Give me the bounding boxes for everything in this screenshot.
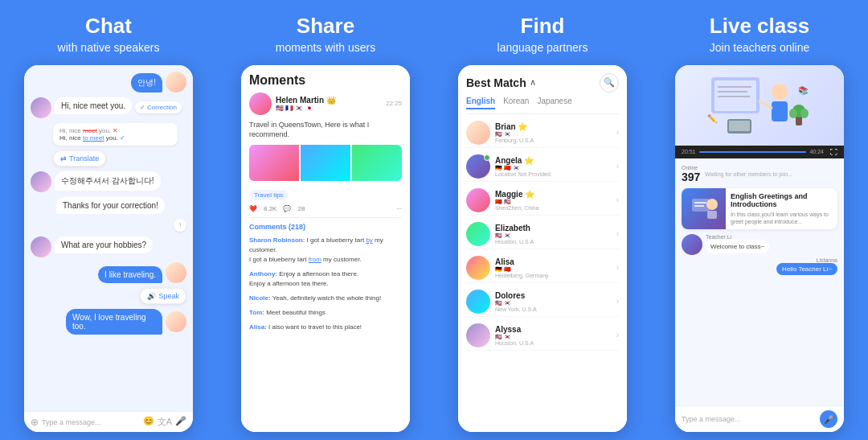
- live-body: Online 397 Waiting for other members to …: [675, 158, 844, 405]
- fullscreen-icon[interactable]: ⛶: [830, 148, 837, 156]
- comments-count: 28: [297, 205, 305, 212]
- live-input-bar: Type a message... 🎤: [675, 405, 844, 432]
- correction-original: Hi, nice meet you. ✕: [59, 127, 171, 134]
- user-item-dolores[interactable]: Dolores 🇺🇸 🇰🇷 New York, U.S.A ›: [466, 287, 619, 317]
- tab-english[interactable]: English: [466, 97, 495, 109]
- svg-rect-13: [729, 121, 750, 131]
- post-username: Helen Martin 👑: [276, 96, 336, 105]
- mic-small-icon[interactable]: 🎤: [175, 416, 186, 428]
- student-msg-row: Listanna Hello Teacher Li~: [682, 257, 837, 275]
- user-avatar: [466, 256, 490, 280]
- chat-screen: 안녕! Hi, nice meet you. ✓ Correction Hi, …: [24, 65, 193, 411]
- comment-4: Tom: Meet beautiful things: [249, 308, 402, 318]
- chat-input-bar: ⊕ Type a message... 😊 文A 🎤: [24, 411, 193, 432]
- divider: [249, 217, 402, 218]
- avatar: [31, 171, 51, 192]
- translate-button[interactable]: ⇄ Translate: [53, 150, 106, 167]
- svg-rect-6: [772, 101, 788, 121]
- user-item-alisa[interactable]: Alisa 🇩🇪 🇨🇳 Heidelberg, Germany ›: [466, 253, 619, 283]
- online-info: Online 397: [682, 165, 700, 183]
- user-name: Maggie ⭐: [495, 190, 612, 199]
- translate-small-icon[interactable]: 文A: [158, 416, 172, 428]
- chevron-right-icon: ›: [616, 229, 619, 238]
- translate-icon: ⇄: [60, 154, 67, 162]
- avatar: [166, 311, 186, 332]
- travel-tag[interactable]: Travel tips: [249, 186, 402, 200]
- video-progress[interactable]: [699, 151, 807, 153]
- chevron-right-icon: ›: [616, 162, 619, 171]
- chat-row: What are your hobbies?: [31, 236, 186, 257]
- online-label: Online: [682, 165, 700, 171]
- chat-bubble-right: 안녕!: [131, 73, 162, 93]
- user-item-elizabeth[interactable]: Elizabeth 🇺🇸 🇰🇷 Houston, U.S.A ›: [466, 220, 619, 249]
- svg-text:✏️: ✏️: [707, 113, 718, 124]
- user-name: Alisa: [495, 257, 612, 266]
- share-screen: Moments Helen Martin 👑 🇺🇸 🇫🇷 🇰🇷 🇯🇵 22:25…: [241, 65, 410, 432]
- post-images: [249, 145, 402, 181]
- chevron-icon[interactable]: ∧: [530, 77, 536, 88]
- tab-japanese[interactable]: Japanese: [537, 97, 571, 109]
- chat-panel: Chat with native speakers 안녕! Hi, nice m…: [0, 0, 217, 440]
- online-indicator: [484, 154, 490, 161]
- user-location: New York, U.S.A: [495, 306, 612, 312]
- user-name: Elizabeth: [495, 224, 612, 232]
- user-item-brian[interactable]: Brian ⭐ 🇺🇸 🇰🇷 Fenburg, U.S.A ›: [466, 118, 619, 148]
- user-location: Houston, U.S.A: [495, 239, 612, 245]
- user-item-alyssa[interactable]: Alyssa 🇺🇸 🇰🇷 Houston, U.S.A ›: [466, 321, 619, 351]
- live-screen: ✏️ 📚 20:51 40:24 ⛶ Online 397 Waiting fo: [675, 65, 844, 432]
- online-count-row: Online 397 Waiting for other members to …: [682, 165, 837, 183]
- live-chat-input[interactable]: Type a message...: [682, 415, 817, 423]
- search-button[interactable]: 🔍: [600, 73, 619, 93]
- live-illustration: ✏️ 📚: [675, 65, 844, 146]
- post-stats: ❤️ 8.2K 💬 28 ···: [249, 205, 402, 212]
- svg-point-5: [772, 84, 788, 100]
- chat-row: 수정해주셔서 감사합니다!: [31, 171, 186, 192]
- avatar: [31, 236, 51, 257]
- user-info: Maggie ⭐ 🇨🇳 🇺🇸 ShenZhen, China: [495, 190, 612, 211]
- share-title: Share: [297, 14, 354, 38]
- chat-input[interactable]: Type a message...: [42, 418, 140, 426]
- live-panel: Live class Join teachers online: [651, 0, 868, 440]
- chat-title: Chat: [85, 14, 132, 38]
- mic-button[interactable]: 🎤: [820, 410, 837, 428]
- live-title: Live class: [710, 14, 809, 38]
- moments-title: Moments: [249, 73, 402, 88]
- avatar: [31, 97, 51, 118]
- avatar: [166, 72, 186, 93]
- user-info: Dolores 🇺🇸 🇰🇷 New York, U.S.A: [495, 291, 612, 312]
- post-image-3: [352, 145, 402, 181]
- user-flags: 🇺🇸 🇰🇷: [495, 334, 612, 340]
- post-image-2: [301, 145, 350, 181]
- user-flags: 🇩🇪 🇨🇳 🇰🇷: [495, 165, 612, 171]
- user-item-maggie[interactable]: Maggie ⭐ 🇨🇳 🇺🇸 ShenZhen, China ›: [466, 186, 619, 216]
- user-item-angela[interactable]: Angela ⭐ 🇩🇪 🇨🇳 🇰🇷 Location Not Provided …: [466, 152, 619, 182]
- best-match-row: Best Match ∧: [466, 76, 536, 89]
- correction-tag[interactable]: ✓ Correction: [135, 101, 182, 113]
- svg-rect-20: [707, 211, 717, 219]
- user-avatar: [466, 154, 490, 179]
- emoji-icon[interactable]: 😊: [143, 416, 154, 428]
- class-details: English Greetings and Introductions In t…: [726, 188, 837, 230]
- find-screen: Best Match ∧ 🔍 English Korean Japanese B…: [458, 65, 627, 432]
- speaker-icon: 🔊: [147, 292, 156, 300]
- chat-row: I like traveling.: [31, 262, 186, 283]
- user-flags: 🇨🇳 🇺🇸: [495, 199, 612, 205]
- chat-phone: 안녕! Hi, nice meet you. ✓ Correction Hi, …: [24, 65, 193, 432]
- user-location: Heidelberg, Germany: [495, 273, 612, 278]
- comment-3: Nicole: Yeah, definitely watch the whole…: [249, 294, 402, 303]
- class-card[interactable]: English Greetings and Introductions In t…: [682, 188, 837, 230]
- best-match-label: Best Match: [466, 76, 526, 89]
- teacher-svg: ✏️ 📚: [703, 69, 816, 142]
- add-icon[interactable]: ⊕: [31, 417, 39, 428]
- share-dots[interactable]: ···: [396, 205, 402, 212]
- user-flags: 🇺🇸 🇰🇷: [495, 131, 612, 138]
- chat-bubble-left: 수정해주셔서 감사합니다!: [55, 171, 161, 191]
- chevron-right-icon: ›: [616, 297, 619, 306]
- comment-2: Anthony: Enjoy a afternoon tea there. En…: [249, 269, 402, 289]
- tab-korean[interactable]: Korean: [503, 97, 529, 109]
- post-text: Travel in QueensTown, Here is what I rec…: [249, 120, 402, 140]
- chat-bubble-left: Hi, nice meet you.: [55, 97, 132, 114]
- speak-button[interactable]: 🔊 Speak: [140, 288, 186, 304]
- user-name: Brian ⭐: [495, 122, 612, 131]
- scroll-btn[interactable]: ↑: [174, 219, 186, 232]
